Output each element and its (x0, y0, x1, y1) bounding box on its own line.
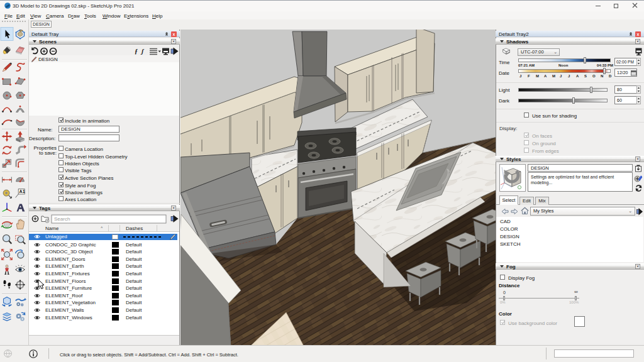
svg-text:ʃ: ʃ (140, 48, 145, 55)
svg-text:A1: A1 (19, 189, 25, 194)
svg-text:ƒ: ƒ (135, 48, 138, 55)
svg-text:Search: Search (54, 216, 70, 222)
